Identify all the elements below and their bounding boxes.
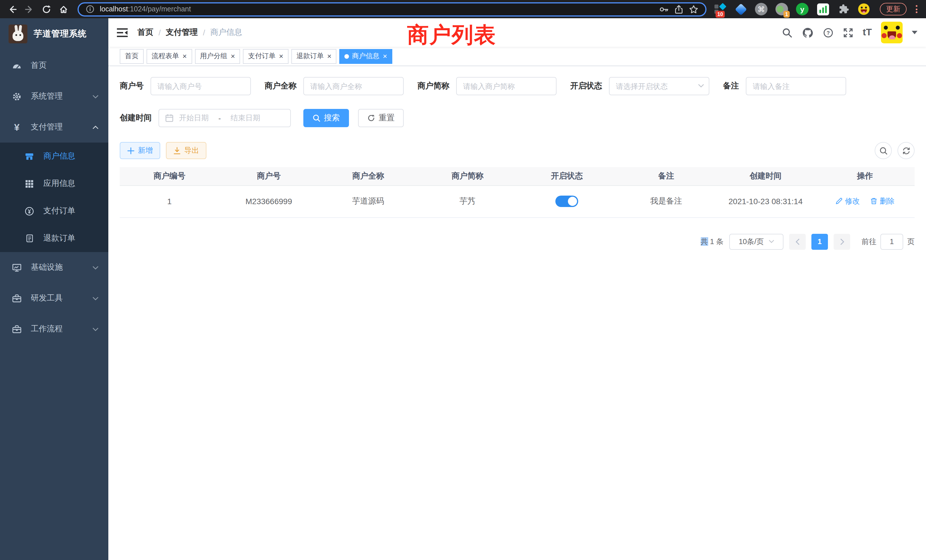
share-icon[interactable] (674, 4, 684, 14)
extension-gem-icon[interactable] (734, 2, 747, 16)
navbar-actions: ? tT (782, 22, 917, 43)
browser-forward-button[interactable] (22, 2, 36, 17)
active-tab-dot (345, 54, 349, 59)
breadcrumb-payment[interactable]: 支付管理 (166, 27, 198, 38)
url-text: localhost:1024/pay/merchant (100, 5, 654, 13)
sidebar-item-merchant-info[interactable]: 商户信息 (0, 142, 108, 170)
tab-user-group[interactable]: 用户分组 × (195, 49, 240, 64)
table-row: 1 M233666999 芋道源码 芋艿 我是备注 2021-10-23 08:… (120, 185, 915, 217)
back-icon (7, 4, 17, 14)
sidebar-item-infrastructure[interactable]: 基础设施 (0, 252, 108, 283)
export-button[interactable]: 导出 (166, 142, 206, 159)
extension-command-icon[interactable]: ⌘ (754, 2, 768, 16)
calendar-icon (165, 114, 174, 123)
extension-badge: 10 (716, 11, 725, 18)
home-icon (59, 4, 68, 14)
tab-refund-orders[interactable]: 退款订单 × (291, 49, 337, 64)
delete-link[interactable]: 删除 (870, 196, 895, 206)
search-icon (312, 114, 321, 122)
add-button[interactable]: 新增 (120, 142, 160, 159)
date-end-placeholder: 结束日期 (231, 113, 260, 123)
sidebar-collapse-button[interactable] (117, 28, 128, 37)
grid-icon (24, 179, 35, 188)
app-title: 芋道管理系统 (34, 28, 87, 39)
show-search-button[interactable] (875, 142, 892, 159)
gear-icon (11, 92, 22, 101)
tab-process-form[interactable]: 流程表单 × (147, 49, 192, 64)
tab-pay-orders[interactable]: 支付订单 × (243, 49, 288, 64)
font-size-icon[interactable]: tT (863, 27, 872, 38)
sidebar-item-refund-orders[interactable]: 退款订单 (0, 225, 108, 252)
browser-home-button[interactable] (56, 2, 71, 17)
sidebar-item-pay-orders[interactable]: 支付订单 (0, 197, 108, 225)
help-icon[interactable]: ? (823, 27, 834, 38)
sidebar-item-app-info[interactable]: 应用信息 (0, 170, 108, 197)
status-select-input[interactable] (609, 77, 709, 95)
sidebar-item-workflow[interactable]: 工作流程 (0, 314, 108, 344)
fullscreen-icon[interactable] (843, 27, 853, 38)
close-icon[interactable]: × (382, 53, 387, 60)
tab-home[interactable]: 首页 (120, 49, 144, 64)
col-create-time: 创建时间 (716, 167, 816, 185)
browser-profile-avatar[interactable] (857, 2, 871, 16)
extension-y-icon[interactable]: y (796, 2, 809, 16)
plus-icon (127, 147, 135, 154)
filter-form-row-1: 商户号 商户全称 商户简称 开启状态 (120, 77, 915, 95)
toolbox-icon (11, 324, 22, 334)
user-avatar[interactable] (881, 22, 903, 43)
prev-page-button[interactable] (789, 233, 806, 250)
extensions-puzzle-icon[interactable] (837, 2, 850, 16)
avatar-dropdown-caret[interactable] (912, 31, 917, 34)
full-name-input[interactable] (303, 77, 404, 95)
breadcrumb-home[interactable]: 首页 (138, 27, 153, 38)
search-icon[interactable] (782, 27, 793, 38)
sidebar-logo[interactable]: 芋道管理系统 (0, 18, 108, 49)
close-icon[interactable]: × (327, 53, 331, 60)
url-bar[interactable]: localhost:1024/pay/merchant (77, 2, 707, 16)
refresh-button[interactable] (897, 142, 915, 159)
col-merchant-no: 商户号 (219, 167, 319, 185)
bookmark-star-icon[interactable] (689, 4, 699, 14)
cell-remark: 我是备注 (617, 185, 716, 217)
site-info-icon[interactable] (86, 5, 95, 14)
filter-form-row-2: 创建时间 开始日期 - 结束日期 搜索 重置 (120, 109, 915, 127)
password-key-icon[interactable] (659, 4, 669, 14)
sidebar-item-dev-tools[interactable]: 研发工具 (0, 283, 108, 314)
merchant-no-input[interactable] (151, 77, 251, 95)
top-navbar: 首页 / 支付管理 / 商户信息 ? (108, 18, 926, 47)
extension-disc-icon[interactable]: 1 (775, 2, 788, 16)
search-button[interactable]: 搜索 (303, 109, 349, 127)
close-icon[interactable]: × (182, 53, 187, 60)
chevron-down-icon (92, 327, 98, 331)
extension-chart-icon[interactable] (816, 2, 830, 16)
goto-page-input[interactable] (881, 233, 903, 250)
browser-menu-kebab-icon[interactable] (912, 5, 920, 13)
sidebar-item-system[interactable]: 系统管理 (0, 81, 108, 112)
status-select[interactable] (609, 77, 709, 95)
pagination-total: 共 1 条 (701, 236, 723, 247)
browser-update-button[interactable]: 更新 (880, 3, 906, 15)
status-label: 开启状态 (570, 81, 602, 91)
browser-reload-button[interactable] (39, 2, 54, 17)
close-icon[interactable]: × (278, 53, 283, 60)
close-icon[interactable]: × (230, 53, 235, 60)
tab-merchant-info[interactable]: 商户信息 × (340, 49, 392, 64)
status-toggle[interactable] (555, 195, 578, 207)
next-page-button[interactable] (834, 233, 850, 250)
page-size-select[interactable]: 10条/页 (729, 233, 784, 250)
search-icon (879, 146, 888, 155)
browser-back-button[interactable] (5, 2, 20, 17)
refresh-icon (367, 114, 375, 122)
create-time-range-picker[interactable]: 开始日期 - 结束日期 (159, 109, 291, 127)
reset-button[interactable]: 重置 (358, 109, 404, 127)
edit-link[interactable]: 修改 (835, 196, 860, 206)
github-icon[interactable] (802, 27, 814, 38)
document-icon (24, 234, 35, 243)
short-name-input[interactable] (456, 77, 557, 95)
sidebar-item-payment[interactable]: ¥ 支付管理 (0, 112, 108, 142)
page-1-button[interactable]: 1 (811, 233, 828, 250)
sidebar-item-home[interactable]: 首页 (0, 50, 108, 81)
extension-diamond-tiles-icon[interactable]: 10 (713, 2, 727, 16)
remark-input[interactable] (746, 77, 846, 95)
cell-actions: 修改 删除 (816, 185, 915, 217)
